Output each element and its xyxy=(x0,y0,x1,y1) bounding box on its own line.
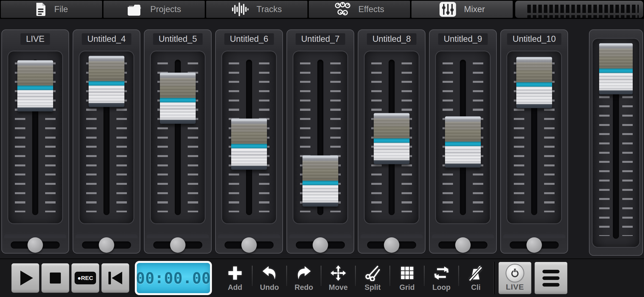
grid-icon xyxy=(401,265,413,282)
pan-knob[interactable] xyxy=(99,237,114,253)
fader-housing[interactable] xyxy=(8,51,62,223)
tab-label: File xyxy=(54,4,68,14)
pan-slider-track[interactable] xyxy=(225,241,274,249)
waveform-icon xyxy=(232,2,249,16)
tool-label: Redo xyxy=(294,283,313,292)
tab-effects[interactable]: Effects xyxy=(309,1,410,18)
transport-toolbar: ●REC 00:00.00 Add Undo Redo xyxy=(0,258,644,297)
pan-knob[interactable] xyxy=(455,237,471,253)
scissors-icon xyxy=(365,265,381,282)
add-button[interactable]: Add xyxy=(219,265,251,292)
folder-icon xyxy=(127,3,143,16)
master-fader-cap[interactable] xyxy=(599,43,633,94)
channel-strips: LIVE Untitled_4 Untitled_5 xyxy=(1,29,643,256)
pan-slider-track[interactable] xyxy=(153,241,202,249)
toolbar-separator xyxy=(286,266,287,286)
move-icon xyxy=(330,265,346,282)
channel-strip: Untitled_7 xyxy=(286,29,354,254)
master-fader-housing[interactable] xyxy=(593,39,639,247)
tool-label: Add xyxy=(228,283,242,292)
fader-cap[interactable] xyxy=(231,119,267,170)
record-button[interactable]: ●REC xyxy=(72,263,99,293)
channel-label: Untitled_6 xyxy=(224,33,274,45)
pan-slider-track[interactable] xyxy=(510,241,559,249)
undo-button[interactable]: Undo xyxy=(253,265,285,292)
pan-slider-track[interactable] xyxy=(296,241,345,249)
mixer-faders-icon xyxy=(439,2,456,17)
play-button[interactable] xyxy=(12,263,39,293)
edit-tools: Add Undo Redo xyxy=(219,265,492,292)
hamburger-menu-icon xyxy=(542,270,560,287)
skip-to-start-icon xyxy=(108,272,122,284)
split-button[interactable]: Split xyxy=(357,265,389,292)
toolbar-separator xyxy=(424,266,425,286)
fader-housing[interactable] xyxy=(436,51,490,223)
tool-label: Split xyxy=(365,283,381,292)
tab-tracks[interactable]: Tracks xyxy=(206,1,307,18)
pan-knob[interactable] xyxy=(241,237,257,253)
toolbar-separator xyxy=(389,266,390,286)
fader-cap[interactable] xyxy=(516,57,552,108)
channel-strip: Untitled_5 xyxy=(144,29,212,254)
pan-knob[interactable] xyxy=(28,237,43,253)
toolbar-separator xyxy=(458,266,459,286)
tool-label: Loop xyxy=(432,283,451,292)
tab-mixer[interactable]: Mixer xyxy=(411,1,513,18)
time-display[interactable]: 00:00.00 xyxy=(135,261,212,295)
vu-meter-row-left xyxy=(527,5,639,13)
tab-label: Projects xyxy=(150,4,181,14)
toolbar-separator xyxy=(321,266,321,286)
live-mode-button[interactable]: LIVE xyxy=(499,262,531,294)
record-icon: ●REC xyxy=(75,272,96,284)
top-tab-bar: File Projects Tracks xyxy=(0,0,644,18)
pan-knob[interactable] xyxy=(526,237,542,253)
fader-cap[interactable] xyxy=(160,73,196,124)
pan-knob[interactable] xyxy=(384,237,399,253)
pan-knob[interactable] xyxy=(313,237,328,253)
loop-button[interactable]: Loop xyxy=(425,265,457,292)
fader-cap[interactable] xyxy=(89,56,124,107)
metronome-off-icon xyxy=(469,265,483,282)
master-vu-meter xyxy=(515,1,643,18)
tab-file[interactable]: File xyxy=(1,1,102,18)
fader-housing[interactable] xyxy=(507,51,561,223)
channel-label: Untitled_4 xyxy=(82,33,131,45)
fader-housing[interactable] xyxy=(222,51,276,223)
fader-housing[interactable] xyxy=(80,51,133,223)
fader-housing[interactable] xyxy=(293,51,347,223)
knobs-icon xyxy=(335,2,351,17)
pan-knob[interactable] xyxy=(170,237,185,253)
tool-label: Undo xyxy=(260,283,279,292)
channel-strip: Untitled_10 xyxy=(500,29,568,254)
fader-housing[interactable] xyxy=(151,51,205,223)
channel-strip: Untitled_6 xyxy=(215,29,283,254)
add-icon xyxy=(228,265,242,282)
menu-button[interactable] xyxy=(535,262,567,294)
grid-button[interactable]: Grid xyxy=(391,265,423,292)
fader-cap[interactable] xyxy=(302,155,338,207)
fader-housing[interactable] xyxy=(365,51,419,223)
tab-projects[interactable]: Projects xyxy=(103,1,205,18)
tool-label: Cli xyxy=(471,283,481,292)
master-strip xyxy=(589,29,643,256)
redo-button[interactable]: Redo xyxy=(288,265,320,292)
click-toggle-button[interactable]: Cli xyxy=(460,265,492,292)
pan-slider-track[interactable] xyxy=(82,241,131,249)
channel-label: Untitled_7 xyxy=(296,33,345,45)
loop-icon xyxy=(433,265,450,282)
strip-spacer xyxy=(572,29,585,256)
fader-cap[interactable] xyxy=(374,113,410,164)
stop-button[interactable] xyxy=(42,263,69,293)
fader-cap[interactable] xyxy=(445,116,481,167)
skip-to-start-button[interactable] xyxy=(102,263,129,293)
move-button[interactable]: Move xyxy=(322,265,354,292)
pan-slider-track[interactable] xyxy=(367,241,416,249)
pan-slider-track[interactable] xyxy=(438,241,487,249)
fader-cap[interactable] xyxy=(17,60,53,111)
tab-label: Tracks xyxy=(256,4,282,14)
play-icon xyxy=(20,271,33,285)
tool-label: Grid xyxy=(399,283,415,292)
file-icon xyxy=(35,2,47,16)
tab-label: Mixer xyxy=(464,4,485,14)
pan-slider-track[interactable] xyxy=(11,241,60,249)
